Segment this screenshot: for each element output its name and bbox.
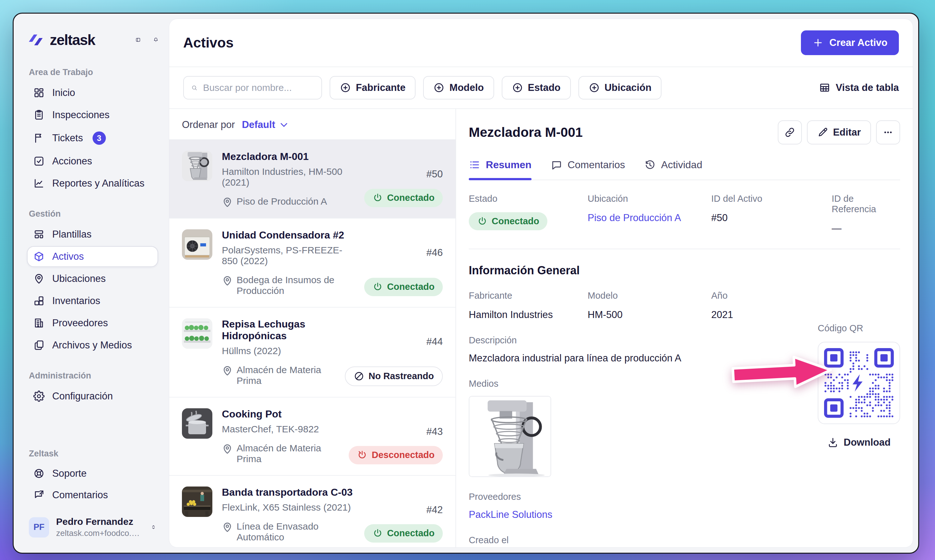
modelo-label: Modelo [588, 291, 711, 301]
sort-dropdown[interactable]: Default [242, 119, 290, 131]
chat-icon [551, 159, 562, 171]
asset-id: #44 [426, 336, 443, 348]
sidebar-item-proveedores[interactable]: Proveedores [27, 312, 158, 334]
status-badge: Desconectado [349, 446, 443, 464]
boxes-icon [33, 295, 45, 307]
power-off-icon [357, 450, 367, 460]
filter-modelo-button[interactable]: Modelo [423, 76, 494, 100]
link-icon [784, 127, 796, 138]
ref-id-label: ID de Referencia [832, 194, 900, 214]
sidebar-bottom: Zeltask Soporte Comentarios PF Pedro Fer… [27, 434, 158, 541]
hydroponics-photo [182, 318, 212, 349]
notifications-button[interactable] [153, 37, 158, 42]
copy-link-button[interactable] [778, 120, 802, 145]
sidebar-item-label: Activos [52, 251, 84, 262]
map-pin-icon [222, 196, 233, 207]
section-label-workspace: Area de Trabajo [29, 68, 158, 77]
search-box[interactable] [183, 76, 322, 100]
asset-id: #42 [426, 504, 443, 515]
asset-list-item[interactable]: Repisa Lechugas Hidropónicas Hüllms (202… [169, 308, 455, 397]
descripcion-value: Mezcladora industrial para línea de prod… [469, 352, 818, 364]
sidebar-item-tickets[interactable]: Tickets 3 [27, 127, 158, 149]
asset-name: Unidad Condensadora #2 [222, 229, 355, 241]
files-icon [33, 340, 45, 351]
filter-fabricante-button[interactable]: Fabricante [330, 76, 415, 100]
history-icon [644, 159, 656, 171]
ubicacion-link[interactable]: Piso de Producción A [588, 212, 711, 224]
medios-label: Medios [469, 378, 818, 389]
table-icon [819, 82, 830, 94]
page-header: Activos Crear Activo [169, 19, 913, 67]
section-label-admin: Administración [29, 371, 158, 381]
asset-location: Almacén de Materia Prima [237, 443, 339, 465]
plus-circle-icon [433, 82, 445, 94]
app-window: zeltask Area de Trabajo Inicio Inspeccio… [13, 13, 919, 554]
sidebar-item-reportes[interactable]: Reportes y Analíticas [27, 173, 158, 194]
tab-comentarios[interactable]: Comentarios [551, 159, 625, 180]
collapse-sidebar-button[interactable] [136, 37, 140, 42]
asset-list-item[interactable]: Cooking Pot MasterChef, TEK-9822 Almacén… [169, 397, 455, 476]
sidebar-item-plantillas[interactable]: Plantillas [27, 224, 158, 245]
sidebar-item-inventarios[interactable]: Inventarios [27, 291, 158, 311]
asset-list-item[interactable]: Unidad Condensadora #2 PolarSystems, PS-… [169, 218, 455, 308]
detail-tabs: Resumen Comentarios Actividad [469, 159, 900, 180]
proveedores-label: Proveedores [469, 492, 818, 502]
asset-location: Línea de Envasado Automático [237, 521, 355, 543]
sidebar-item-label: Acciones [52, 155, 92, 167]
estado-label: Estado [469, 194, 588, 204]
filter-label: Estado [528, 82, 560, 94]
chevron-down-icon [278, 119, 290, 131]
sidebar-item-archivos[interactable]: Archivos y Medios [27, 335, 158, 356]
sidebar-item-ubicaciones[interactable]: Ubicaciones [27, 268, 158, 289]
sidebar-item-inspecciones[interactable]: Inspecciones [27, 105, 158, 125]
table-view-label: Vista de tabla [836, 82, 899, 94]
pencil-icon [817, 127, 829, 138]
filter-estado-button[interactable]: Estado [502, 76, 571, 100]
tab-actividad[interactable]: Actividad [644, 159, 702, 180]
mixer-photo-large[interactable] [469, 396, 551, 477]
app-logo: zeltask [27, 31, 95, 49]
sidebar-item-activos[interactable]: Activos [27, 246, 158, 267]
edit-button[interactable]: Editar [807, 120, 871, 145]
asset-list-item[interactable]: Mezcladora M-001 Hamilton Industries, HM… [169, 140, 455, 218]
descripcion-label: Descripción [469, 335, 818, 346]
asset-id: #46 [426, 247, 443, 258]
filter-ubicacion-button[interactable]: Ubicación [579, 76, 662, 100]
mixer-photo [182, 151, 212, 181]
asset-id: #43 [426, 426, 443, 437]
avatar: PF [29, 517, 49, 537]
asset-list-item[interactable]: Banda transportadora C-03 FlexLink, X65 … [169, 476, 455, 548]
panel-collapse-icon [136, 37, 140, 42]
page-title: Activos [183, 35, 234, 51]
user-menu[interactable]: PF Pedro Fernandez zeltask.com+foodco.pe… [27, 514, 158, 541]
sidebar-item-inicio[interactable]: Inicio [27, 82, 158, 103]
ref-id-value: — [832, 223, 900, 234]
create-asset-button[interactable]: Crear Activo [801, 31, 899, 55]
condenser-photo [182, 229, 212, 260]
anio-value: 2021 [711, 309, 836, 320]
sidebar-item-comentarios[interactable]: Comentarios [27, 485, 158, 506]
sidebar-item-label: Proveedores [52, 317, 108, 329]
proveedor-link[interactable]: PackLine Solutions [469, 509, 818, 520]
grid-icon [33, 87, 45, 98]
sidebar-item-soporte[interactable]: Soporte [27, 463, 158, 484]
asset-id: #50 [426, 169, 443, 180]
sidebar-item-acciones[interactable]: Acciones [27, 151, 158, 172]
filter-label: Fabricante [356, 82, 406, 94]
desktop-background: zeltask Area de Trabajo Inicio Inspeccio… [0, 0, 935, 560]
map-pin-icon [222, 365, 233, 375]
qr-code[interactable] [818, 342, 900, 424]
tab-resumen[interactable]: Resumen [469, 159, 532, 180]
map-pin-icon [222, 275, 233, 286]
divider [469, 249, 900, 249]
sidebar-item-label: Plantillas [52, 229, 92, 240]
sort-value: Default [242, 119, 275, 131]
search-input[interactable] [203, 82, 314, 93]
more-options-button[interactable] [876, 120, 900, 145]
sidebar-item-configuracion[interactable]: Configuración [27, 386, 158, 407]
download-qr-button[interactable]: Download [818, 437, 900, 448]
zeltask-bolt-icon [27, 31, 45, 49]
power-icon [372, 528, 383, 538]
info-general-heading: Información General [469, 264, 900, 277]
table-view-button[interactable]: Vista de tabla [819, 82, 899, 94]
